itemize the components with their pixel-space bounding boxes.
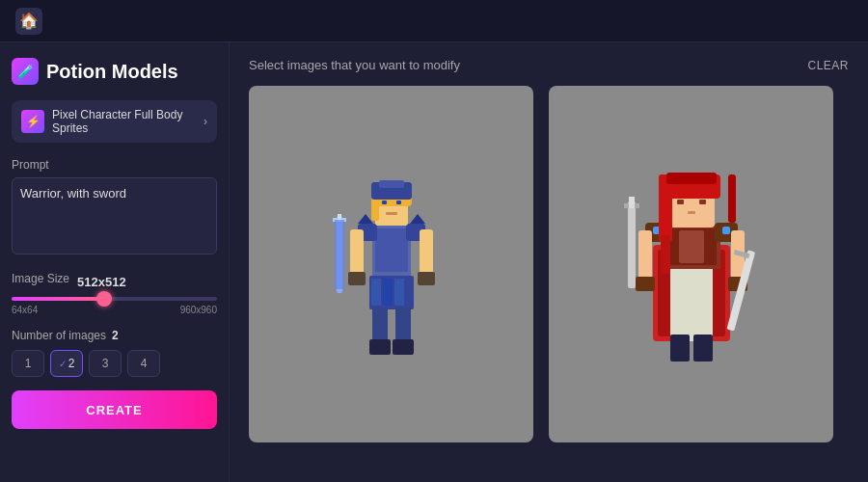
prompt-label: Prompt (12, 158, 217, 172)
model-selector[interactable]: ⚡ Pixel Character Full Body Sprites › (12, 100, 217, 143)
svg-rect-46 (677, 200, 684, 204)
image-card-2[interactable] (549, 86, 833, 442)
content-subtitle: Select images that you want to modify (249, 58, 460, 72)
num-images-row: Number of images 2 (12, 329, 217, 342)
page-title: Potion Models (46, 61, 178, 83)
count-btn-4[interactable]: 4 (127, 350, 160, 377)
home-icon: 🏠 (19, 12, 39, 30)
svg-rect-32 (670, 264, 713, 341)
svg-rect-16 (383, 279, 393, 306)
slider-max-label: 960x960 (180, 305, 217, 315)
slider-thumb[interactable] (96, 291, 112, 307)
image-card-1[interactable] (249, 86, 533, 442)
page-title-row: 🧪 Potion Models (12, 58, 217, 85)
svg-rect-35 (679, 230, 704, 263)
size-slider[interactable] (12, 297, 217, 301)
model-icon: ⚡ (21, 110, 44, 133)
svg-rect-25 (418, 272, 435, 285)
svg-rect-44 (661, 235, 670, 274)
image-grid (249, 86, 849, 442)
svg-rect-13 (386, 212, 397, 215)
prompt-input[interactable]: Warrior, with sword (12, 177, 217, 254)
svg-rect-20 (369, 339, 391, 355)
svg-rect-24 (348, 272, 366, 285)
num-images-label: Number of images (12, 329, 106, 342)
svg-rect-1 (375, 228, 408, 272)
image-size-value: 512x512 (77, 275, 126, 289)
svg-rect-12 (396, 201, 401, 204)
warrior-1-sprite (329, 158, 454, 370)
svg-marker-5 (410, 214, 425, 224)
num-images-value: 2 (112, 329, 119, 342)
count-buttons: 1 ✓2 3 4 (12, 350, 217, 377)
potion-icon: 🧪 (17, 64, 34, 79)
svg-rect-10 (379, 180, 404, 188)
svg-rect-43 (728, 174, 736, 223)
svg-rect-17 (394, 279, 404, 306)
svg-rect-11 (382, 201, 387, 204)
chevron-right-icon: › (203, 115, 207, 128)
sidebar: 🧪 Potion Models ⚡ Pixel Character Full B… (0, 42, 230, 482)
image-size-row: Image Size 512x512 (12, 272, 217, 291)
svg-rect-45 (666, 173, 717, 184)
svg-rect-23 (420, 229, 433, 278)
svg-rect-47 (699, 200, 706, 204)
svg-rect-55 (629, 197, 635, 208)
model-name: Pixel Character Full Body Sprites (52, 108, 196, 135)
content-header: Select images that you want to modify CL… (249, 58, 849, 72)
page-title-icon: 🧪 (12, 58, 39, 85)
clear-button[interactable]: CLEAR (807, 59, 849, 72)
image-size-label: Image Size (12, 272, 69, 285)
warrior-2-sprite (624, 153, 759, 375)
svg-rect-49 (638, 230, 652, 283)
count-btn-2[interactable]: ✓2 (50, 350, 83, 377)
svg-rect-39 (722, 227, 730, 234)
svg-rect-58 (670, 335, 690, 362)
svg-rect-51 (636, 277, 655, 291)
topbar-logo: 🏠 (15, 8, 42, 35)
svg-rect-22 (350, 229, 364, 278)
svg-marker-4 (358, 214, 373, 224)
slider-track (12, 297, 217, 301)
slider-fill (12, 297, 104, 301)
svg-rect-59 (693, 335, 713, 362)
count-btn-1[interactable]: 1 (12, 350, 44, 377)
svg-rect-15 (371, 279, 381, 306)
main-layout: 🧪 Potion Models ⚡ Pixel Character Full B… (0, 42, 868, 482)
svg-rect-42 (659, 174, 672, 242)
svg-rect-53 (628, 201, 636, 288)
model-icon-glyph: ⚡ (26, 115, 41, 128)
topbar: 🏠 (0, 0, 868, 42)
svg-rect-29 (335, 220, 344, 289)
svg-rect-48 (688, 211, 695, 214)
content-area: Select images that you want to modify CL… (230, 42, 868, 482)
slider-labels: 64x64 960x960 (12, 305, 217, 315)
svg-rect-21 (393, 339, 414, 355)
count-btn-3[interactable]: 3 (89, 350, 122, 377)
create-button[interactable]: CREATE (12, 390, 217, 429)
slider-min-label: 64x64 (12, 305, 38, 315)
